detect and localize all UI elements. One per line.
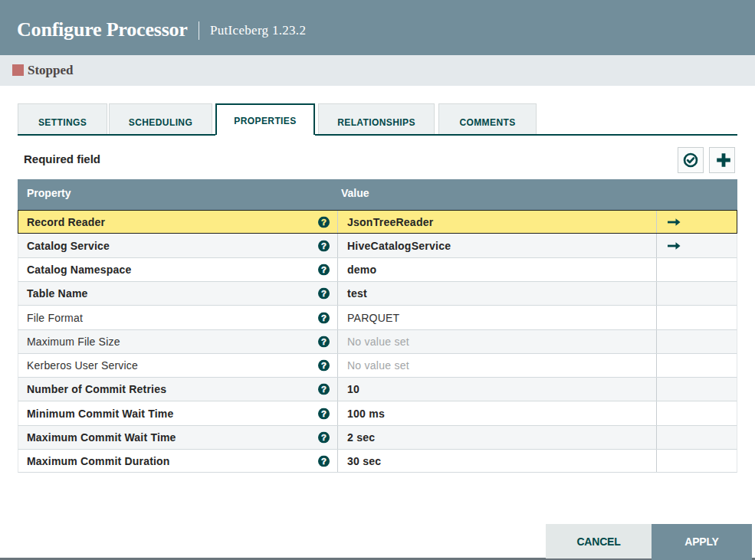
svg-text:?: ? — [321, 337, 327, 346]
svg-text:?: ? — [321, 433, 327, 442]
svg-text:?: ? — [321, 456, 327, 465]
svg-text:?: ? — [321, 408, 327, 418]
svg-text:?: ? — [321, 217, 327, 226]
svg-text:?: ? — [321, 313, 327, 322]
svg-text:?: ? — [321, 361, 327, 370]
svg-text:?: ? — [321, 241, 327, 250]
svg-text:?: ? — [321, 385, 327, 394]
svg-text:?: ? — [321, 265, 327, 274]
svg-text:?: ? — [321, 289, 327, 298]
